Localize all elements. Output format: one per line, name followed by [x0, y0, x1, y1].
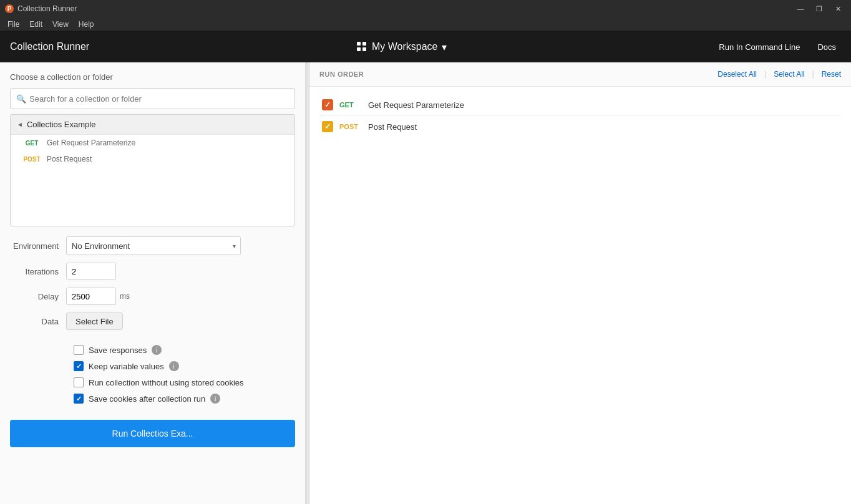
- run-item-checkbox-get[interactable]: [322, 99, 333, 110]
- menu-view[interactable]: View: [47, 19, 74, 30]
- maximize-button[interactable]: ❐: [811, 2, 827, 15]
- environment-label: Environment: [10, 241, 66, 251]
- environment-select-wrapper: No Environment ▾: [66, 236, 241, 255]
- reset-button[interactable]: Reset: [822, 70, 841, 79]
- data-label: Data: [10, 317, 66, 326]
- run-order-list: GET Get Request Parameterize POST Post R…: [309, 87, 851, 145]
- collection-header[interactable]: ◄ Collectios Example: [11, 115, 294, 135]
- keep-variable-row: Keep variable values i: [74, 361, 295, 371]
- search-box: 🔍: [10, 88, 295, 109]
- runner-form: Environment No Environment ▾ Iterations …: [10, 236, 295, 345]
- checkbox-section: Save responses i Keep variable values i …: [10, 345, 295, 410]
- select-all-button[interactable]: Select All: [774, 70, 804, 79]
- search-input[interactable]: [10, 88, 295, 109]
- table-row: GET Get Request Parameterize: [319, 94, 841, 116]
- run-item-name-post: Post Request: [368, 122, 417, 132]
- item-name-get-request: Get Request Parameterize: [47, 138, 135, 147]
- docs-button[interactable]: Docs: [812, 40, 841, 54]
- collection-chevron: ◄: [17, 121, 23, 128]
- app-title: Collection Runner: [10, 41, 89, 52]
- delay-row: Delay ms: [10, 288, 295, 305]
- save-responses-row: Save responses i: [74, 345, 295, 355]
- menu-bar: File Edit View Help: [0, 17, 851, 31]
- save-cookies-row: Save cookies after collection run i: [74, 394, 295, 404]
- run-item-name-get: Get Request Parameterize: [368, 100, 464, 110]
- delay-input[interactable]: [66, 288, 116, 305]
- action-separator: |: [764, 70, 766, 79]
- run-without-cookies-row: Run collection without using stored cook…: [74, 377, 295, 387]
- save-cookies-checkbox[interactable]: [74, 394, 84, 404]
- app-header: Collection Runner My Workspace ▾ Run In …: [0, 31, 851, 62]
- action-separator-2: |: [812, 70, 814, 79]
- run-order-title: RUN ORDER: [319, 70, 364, 78]
- search-icon: 🔍: [16, 94, 26, 104]
- choose-collection-label: Choose a collection or folder: [10, 72, 295, 82]
- close-button[interactable]: ✕: [830, 2, 846, 15]
- run-item-checkbox-post[interactable]: [322, 121, 333, 132]
- app-icon: P: [5, 4, 14, 13]
- run-collection-button[interactable]: Run Collectios Exa...: [10, 420, 295, 447]
- ms-unit-label: ms: [120, 292, 130, 301]
- menu-help[interactable]: Help: [74, 19, 99, 30]
- environment-row: Environment No Environment ▾: [10, 236, 295, 255]
- iterations-row: Iterations: [10, 263, 295, 280]
- collection-tree: ◄ Collectios Example GET Get Request Par…: [10, 114, 295, 226]
- delay-label: Delay: [10, 292, 66, 301]
- save-responses-label: Save responses: [89, 346, 147, 355]
- workspace-chevron: ▾: [442, 41, 447, 53]
- right-panel: RUN ORDER Deselect All | Select All | Re…: [309, 62, 851, 504]
- left-panel: Choose a collection or folder 🔍 ◄ Collec…: [0, 62, 306, 504]
- title-bar-title: Collection Runner: [17, 4, 77, 13]
- save-cookies-label: Save cookies after collection run: [89, 394, 205, 404]
- data-row: Data Select File: [10, 313, 295, 330]
- workspace-selector[interactable]: My Workspace ▾: [357, 41, 447, 53]
- menu-file[interactable]: File: [2, 19, 24, 30]
- iterations-label: Iterations: [10, 267, 66, 276]
- run-without-cookies-label: Run collection without using stored cook…: [89, 378, 244, 387]
- main-layout: Choose a collection or folder 🔍 ◄ Collec…: [0, 62, 851, 504]
- window-controls: — ❐ ✕: [792, 2, 846, 15]
- workspace-button[interactable]: My Workspace ▾: [372, 41, 447, 53]
- select-file-button[interactable]: Select File: [66, 313, 123, 330]
- run-without-cookies-checkbox[interactable]: [74, 377, 84, 387]
- list-item[interactable]: POST Post Request: [11, 151, 294, 167]
- run-order-actions: Deselect All | Select All | Reset: [717, 70, 841, 79]
- command-line-button[interactable]: Run In Command Line: [714, 40, 805, 54]
- save-responses-info-icon[interactable]: i: [152, 345, 162, 355]
- header-actions: Run In Command Line Docs: [714, 40, 841, 54]
- keep-variable-checkbox[interactable]: [74, 361, 84, 371]
- item-name-post-request: Post Request: [47, 155, 92, 163]
- save-responses-checkbox[interactable]: [74, 345, 84, 355]
- workspace-label: My Workspace: [372, 41, 438, 52]
- minimize-button[interactable]: —: [792, 2, 809, 15]
- title-bar: P Collection Runner — ❐ ✕: [0, 0, 851, 17]
- method-badge-get: GET: [21, 139, 43, 147]
- iterations-input[interactable]: [66, 263, 116, 280]
- save-cookies-info-icon[interactable]: i: [210, 394, 220, 404]
- svg-text:P: P: [7, 6, 12, 12]
- keep-variable-label: Keep variable values: [89, 362, 164, 371]
- deselect-all-button[interactable]: Deselect All: [717, 70, 757, 79]
- collection-name: Collectios Example: [27, 120, 96, 129]
- table-row: POST Post Request: [319, 116, 841, 137]
- run-order-header: RUN ORDER Deselect All | Select All | Re…: [309, 62, 851, 87]
- list-item[interactable]: GET Get Request Parameterize: [11, 135, 294, 151]
- run-method-get: GET: [339, 101, 362, 109]
- workspace-grid-icon: [357, 42, 367, 52]
- menu-edit[interactable]: Edit: [24, 19, 47, 30]
- run-method-post: POST: [339, 123, 362, 130]
- environment-select[interactable]: No Environment: [66, 236, 241, 255]
- method-badge-post: POST: [21, 155, 43, 163]
- run-button-wrapper: Run Collectios Exa...: [10, 410, 295, 457]
- keep-variable-info-icon[interactable]: i: [169, 361, 179, 371]
